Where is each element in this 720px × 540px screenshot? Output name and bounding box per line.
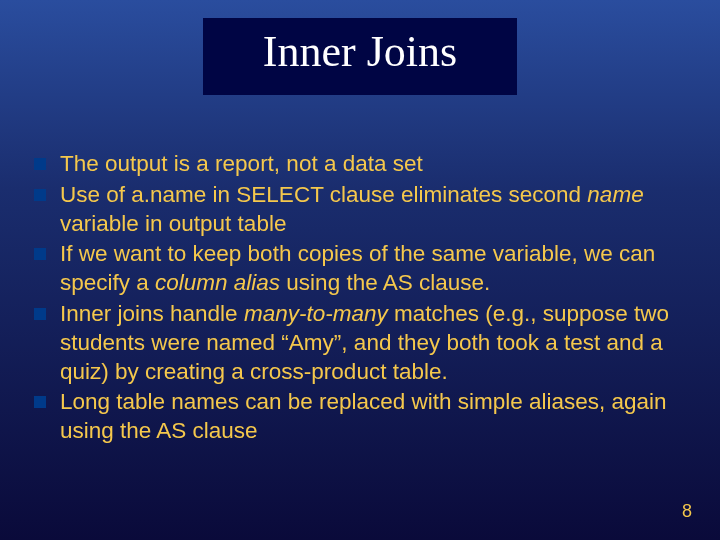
title-area: Inner Joins <box>0 0 720 95</box>
bullet-icon <box>34 308 46 320</box>
bullet-list: The output is a report, not a data set U… <box>34 150 686 448</box>
list-item: The output is a report, not a data set <box>34 150 686 179</box>
bullet-text: Use of a.name in SELECT clause eliminate… <box>60 181 686 239</box>
bullet-text: Inner joins handle many-to-many matches … <box>60 300 686 386</box>
slide-title: Inner Joins <box>263 26 457 77</box>
bullet-icon <box>34 158 46 170</box>
list-item: If we want to keep both copies of the sa… <box>34 240 686 298</box>
bullet-text: The output is a report, not a data set <box>60 150 423 179</box>
list-item: Use of a.name in SELECT clause eliminate… <box>34 181 686 239</box>
bullet-text: If we want to keep both copies of the sa… <box>60 240 686 298</box>
bullet-icon <box>34 396 46 408</box>
list-item: Inner joins handle many-to-many matches … <box>34 300 686 386</box>
bullet-text: Long table names can be replaced with si… <box>60 388 686 446</box>
title-box: Inner Joins <box>203 18 517 95</box>
list-item: Long table names can be replaced with si… <box>34 388 686 446</box>
bullet-icon <box>34 189 46 201</box>
bullet-icon <box>34 248 46 260</box>
page-number: 8 <box>682 501 692 522</box>
